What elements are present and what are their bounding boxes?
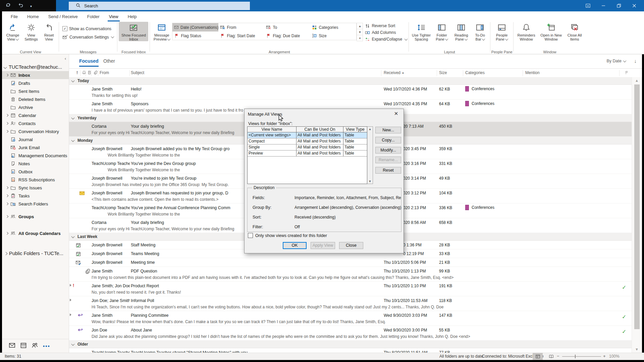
mail-row[interactable]: Jon Doe; Jane SmithInformal PollHi Teach… [69,296,632,311]
qat-undo-icon[interactable] [18,2,23,9]
sort-direction-icon[interactable]: ↓ [634,58,637,64]
ribbon-tab-view[interactable]: View [104,12,123,21]
button-view-settings[interactable]: View Settings [22,22,41,41]
views-table-row[interactable]: CompactAll Mail and Post foldersTable [248,138,367,144]
dialog-button-copy[interactable]: Copy... [375,137,401,143]
button-to-do-bar[interactable]: To-Do Bar [471,22,489,41]
button-reverse-sort[interactable]: Reverse Sort [365,22,407,29]
qat-customize-icon[interactable]: ▾ [30,3,32,9]
column-header-categories[interactable]: Categories [465,70,485,75]
button-conversation-settings[interactable]: Conversation Settings [62,33,114,41]
reading-view-button[interactable] [546,353,556,360]
dialog-button-new[interactable]: New... [375,127,401,133]
vertical-scrollbar[interactable]: ▲ ▼ [632,77,642,353]
checkbox-show-as-conversations[interactable]: ✓Show as Conversations [62,24,114,33]
gallery-more[interactable]: ▾ [357,35,363,41]
zoom-slider-thumb[interactable] [575,355,576,358]
folder-item-contacts[interactable]: Contacts [2,119,69,127]
arrangement-flag-status[interactable]: Flag Status [172,32,218,40]
filter-column-icon[interactable] [625,70,629,76]
arrangement-from[interactable]: From [218,23,264,32]
button-folder-pane[interactable]: Folder Pane [432,22,451,41]
folder-item-rss-subscriptions[interactable]: RSS Subscriptions [2,176,69,184]
group-header-today[interactable]: Today [69,77,632,85]
button-expand-collapse[interactable]: Expand/Collapse [365,36,407,43]
search-input[interactable]: Search [69,2,250,10]
collapse-folder-pane-button[interactable]: ‹ [65,56,66,61]
sort-by-dropdown[interactable]: By Date [607,59,626,63]
folder-item-all-group-calendars[interactable]: All Group Calendars [2,229,69,237]
nav-people-button[interactable] [32,342,38,350]
button-add-columns[interactable]: Add Columns [365,29,407,36]
mail-row[interactable]: Joseph BrownellMeeting timeThu 10/1/2020… [69,258,632,267]
views-table-row[interactable]: <Current view settings>All Mail and Post… [248,132,367,138]
dialog-button-ok[interactable]: OK [283,242,307,249]
column-header-mention[interactable]: Mention [525,70,540,75]
tab-focused[interactable]: Focused [79,58,99,67]
folder-item-drafts[interactable]: Drafts [2,79,69,87]
button-reminders-window[interactable]: Reminders Window [515,22,538,41]
group-header-older[interactable]: Older [69,341,632,348]
mail-row[interactable]: ↩Jane SmithPlanning CommitteeWow, thanks… [69,311,632,326]
gallery-scroll-down[interactable]: ▼ [357,29,363,35]
arrangement-flag-start-date[interactable]: Flag: Start Date [218,32,264,40]
dialog-button-modify[interactable]: Modify... [375,147,401,154]
ribbon-tab-send-receive[interactable]: Send / Receive [44,12,83,21]
views-table-row[interactable]: SingleAll Mail and Post foldersTable [248,144,367,150]
normal-view-button[interactable] [533,353,543,360]
dialog-button-close[interactable]: Close [339,242,363,249]
ribbon-display-options-button[interactable] [580,0,596,11]
qat-sync-icon[interactable] [5,2,11,9]
folder-item-archive[interactable]: Archive [2,103,69,111]
account-root[interactable]: TUCTeacher@teachuc... [4,64,62,70]
dialog-close-button[interactable]: ✕ [389,109,404,118]
zoom-slider-track[interactable] [562,356,601,357]
button-show-focused-inbox[interactable]: Show Focused Inbox [119,22,148,41]
ribbon-tab-folder[interactable]: Folder [83,12,104,21]
conversation-expander-icon[interactable] [70,284,71,287]
folder-item-search-folders[interactable]: Search Folders [2,200,69,208]
button-change-view[interactable]: Change View [4,22,22,41]
button-reading-pane[interactable]: Reading Pane [451,22,471,41]
close-button[interactable] [627,0,642,11]
button-close-all-items[interactable]: Close All Items [565,22,585,41]
dialog-button-reset[interactable]: Reset [375,167,401,174]
folder-item-notes[interactable]: Notes [2,160,69,168]
folder-item-management-documents[interactable]: Management Documents [2,152,69,160]
mail-row[interactable]: TeachUcomp TeacherTeachUcomp Teacher sha… [69,348,632,353]
scroll-down-icon[interactable]: ▼ [635,347,639,351]
folder-item-deleted-items[interactable]: Deleted Items [2,95,69,103]
attachment-column-icon[interactable] [93,70,98,76]
only-show-views-checkbox[interactable]: Only show views created for this folder [248,233,327,238]
views-table[interactable]: View NameCan Be Used OnView Type<Current… [247,126,367,184]
mail-row[interactable]: !Jane Smith; Jon DoeProduct ReportNo, yo… [69,282,632,296]
folder-item-journal[interactable]: Journal [2,135,69,143]
arrangement-flag-due-date[interactable]: Flag: Due Date [264,32,310,40]
folder-item-sent-items[interactable]: Sent Items [2,87,69,95]
ribbon-tab-home[interactable]: Home [22,12,44,21]
scrollbar-thumb[interactable] [634,84,640,329]
mail-row[interactable]: Jane SmithPDF QuestionI'm trying to conv… [69,267,632,282]
views-table-scrollbar[interactable]: ▲▼ [367,126,373,184]
conversation-expander-icon[interactable] [70,299,71,301]
column-header-received[interactable]: Received ▼ [384,70,404,75]
conversation-expander-icon[interactable] [70,313,71,316]
folder-item-conversation-history[interactable]: Conversation History [2,127,69,135]
nav-more-button[interactable]: ••• [43,343,50,349]
column-header-size[interactable]: Size [439,70,447,75]
views-table-row[interactable]: PreviewAll Mail and Post foldersTable [248,150,367,157]
public-folders-root[interactable]: Public Folders - TUCTe... [5,251,63,256]
arrangement-size[interactable]: Size [310,32,356,40]
flag-complete-icon[interactable]: ✓ [622,284,626,291]
restore-button[interactable] [611,0,627,11]
folder-item-inbox[interactable]: Inbox [2,71,69,79]
button-message-preview[interactable]: Message Preview [151,22,172,41]
flag-complete-icon[interactable]: ✓ [622,328,626,335]
arrangement-categories[interactable]: Categories [310,23,356,32]
button-use-tighter-spacing[interactable]: Use Tighter Spacing [410,22,432,41]
zoom-out-button[interactable]: − [557,354,559,359]
gallery-scroll-up[interactable]: ▲ [357,23,363,29]
mail-row[interactable]: ↩Jon DoeAbout JaneDid Jane ask you about… [69,326,632,341]
mail-row[interactable]: Jane SmithHello!Thanks for setting this … [69,85,632,100]
button-reset-view[interactable]: Reset View [41,22,57,41]
